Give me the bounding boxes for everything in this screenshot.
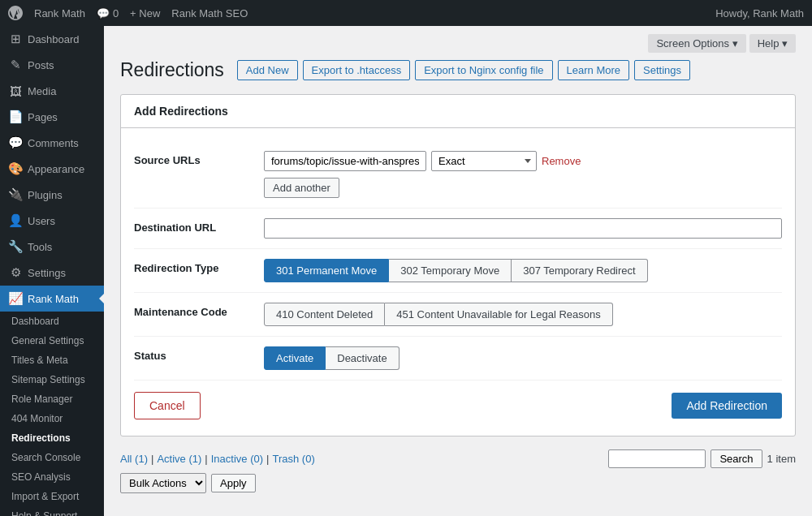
status-label: Status xyxy=(134,346,264,362)
sidebar-item-tools[interactable]: 🔧 Tools xyxy=(0,234,104,260)
submenu-item-sitemap-settings[interactable]: Sitemap Settings xyxy=(0,370,104,389)
sidebar-item-label: Dashboard xyxy=(28,33,80,45)
dashboard-icon: ⊞ xyxy=(8,32,23,46)
items-count: 1 item xyxy=(767,453,796,465)
screen-options-button[interactable]: Screen Options ▾ xyxy=(648,34,745,53)
tools-icon: 🔧 xyxy=(8,239,23,254)
submenu-item-general-settings[interactable]: General Settings xyxy=(0,331,104,350)
sidebar-item-rank-math[interactable]: 📈 Rank Math xyxy=(0,286,104,312)
sidebar-item-dashboard[interactable]: ⊞ Dashboard xyxy=(0,26,104,52)
submenu-item-search-console[interactable]: Search Console xyxy=(0,448,104,467)
comments-icon: 💬 xyxy=(8,135,23,150)
sidebar-item-media[interactable]: 🖼 Media xyxy=(0,78,104,104)
comments-link[interactable]: 💬 0 xyxy=(97,7,119,19)
redirection-type-302[interactable]: 302 Temporary Move xyxy=(389,259,512,282)
new-link[interactable]: + New xyxy=(130,7,160,19)
sidebar-item-posts[interactable]: ✎ Posts xyxy=(0,52,104,78)
howdy-text: Howdy, Rank Math xyxy=(715,7,804,19)
maintenance-code-410[interactable]: 410 Content Deleted xyxy=(264,303,385,326)
learn-more-button[interactable]: Learn More xyxy=(558,60,629,80)
source-urls-row: Source URLs Exact Contains Starts with E… xyxy=(134,141,782,209)
destination-url-label: Destination URL xyxy=(134,218,264,234)
trash-count: 0 xyxy=(305,453,311,465)
sidebar-item-label: Posts xyxy=(28,59,54,71)
help-button[interactable]: Help ▾ xyxy=(749,34,796,53)
settings-button[interactable]: Settings xyxy=(634,60,690,80)
active-label: Active xyxy=(157,453,185,465)
main-content: Screen Options ▾ Help ▾ Redirections Add… xyxy=(104,26,812,516)
search-input[interactable] xyxy=(608,449,706,468)
sidebar-item-label: Rank Math xyxy=(28,293,79,305)
bulk-actions-bar: Bulk Actions Apply xyxy=(120,473,796,493)
sidebar-item-users[interactable]: 👤 Users xyxy=(0,208,104,234)
sidebar-item-pages[interactable]: 📄 Pages xyxy=(0,104,104,130)
source-url-input[interactable] xyxy=(264,151,426,171)
filter-all[interactable]: All (1) xyxy=(120,453,148,465)
filter-active[interactable]: Active (1) xyxy=(157,453,201,465)
submenu-item-seo-analysis[interactable]: SEO Analysis xyxy=(0,467,104,487)
add-new-button[interactable]: Add New xyxy=(237,60,298,80)
site-name: Rank Math xyxy=(34,7,85,19)
sep2: | xyxy=(205,453,207,465)
status-content: Activate Deactivate xyxy=(264,346,782,370)
sidebar-item-label: Pages xyxy=(28,111,58,123)
bulk-actions-select[interactable]: Bulk Actions xyxy=(120,473,206,493)
postbox-header: Add Redirections xyxy=(121,95,795,128)
rank-math-icon: 📈 xyxy=(8,291,23,306)
match-type-select[interactable]: Exact Contains Starts with Ends with Reg… xyxy=(431,151,537,171)
site-name-link[interactable]: Rank Math xyxy=(34,7,85,19)
sidebar-item-appearance[interactable]: 🎨 Appearance xyxy=(0,156,104,182)
sidebar-item-label: Media xyxy=(28,85,56,97)
pages-icon: 📄 xyxy=(8,110,23,124)
active-count: 1 xyxy=(192,453,198,465)
rankmathsub: Dashboard General Settings Titles & Meta… xyxy=(0,312,104,516)
sidebar-item-label: Users xyxy=(28,215,55,227)
trash-label: Trash xyxy=(272,453,299,465)
filter-trash[interactable]: Trash (0) xyxy=(272,453,314,465)
destination-url-input[interactable] xyxy=(264,218,782,239)
menu-list: ⊞ Dashboard ✎ Posts 🖼 Media 📄 Pages 💬 Co… xyxy=(0,26,104,312)
subsubsub: All (1) | Active (1) | Inactive (0) | xyxy=(120,453,315,465)
submenu-item-404-monitor[interactable]: 404 Monitor xyxy=(0,409,104,428)
submenu-item-dashboard[interactable]: Dashboard xyxy=(0,312,104,331)
sidebar-item-label: Settings xyxy=(28,267,66,279)
remove-button[interactable]: Remove xyxy=(542,155,581,167)
maintenance-code-content: 410 Content Deleted 451 Content Unavaila… xyxy=(264,303,782,326)
cancel-button[interactable]: Cancel xyxy=(134,392,201,419)
export-htaccess-button[interactable]: Export to .htaccess xyxy=(303,60,411,80)
add-redirection-button[interactable]: Add Redirection xyxy=(672,393,782,419)
postbox-body: Source URLs Exact Contains Starts with E… xyxy=(121,128,795,436)
activate-button[interactable]: Activate xyxy=(264,346,326,370)
all-count: 1 xyxy=(138,453,144,465)
status-group: Activate Deactivate xyxy=(264,346,782,370)
submenu-item-import-export[interactable]: Import & Export xyxy=(0,487,104,506)
filter-inactive[interactable]: Inactive (0) xyxy=(211,453,263,465)
redirection-type-label: Redirection Type xyxy=(134,259,264,274)
tablenav: All (1) | Active (1) | Inactive (0) | xyxy=(120,449,796,468)
redirection-type-307[interactable]: 307 Temporary Redirect xyxy=(512,259,648,282)
submenu-item-role-manager[interactable]: Role Manager xyxy=(0,389,104,409)
deactivate-button[interactable]: Deactivate xyxy=(326,346,399,370)
redirection-type-301[interactable]: 301 Permanent Move xyxy=(264,259,389,282)
wp-logo[interactable] xyxy=(8,6,23,20)
submenu-item-titles-meta[interactable]: Titles & Meta xyxy=(0,350,104,370)
inactive-label: Inactive xyxy=(211,453,248,465)
search-button[interactable]: Search xyxy=(710,449,762,468)
destination-url-content xyxy=(264,218,782,239)
export-nginx-button[interactable]: Export to Nginx config file xyxy=(415,60,552,80)
posts-icon: ✎ xyxy=(8,58,23,72)
sidebar-item-plugins[interactable]: 🔌 Plugins xyxy=(0,182,104,208)
maintenance-code-451[interactable]: 451 Content Unavailable for Legal Reason… xyxy=(385,303,613,326)
sidebar-item-settings[interactable]: ⚙ Settings xyxy=(0,260,104,286)
sidebar-item-comments[interactable]: 💬 Comments xyxy=(0,130,104,156)
settings-icon: ⚙ xyxy=(8,265,23,280)
all-label: All xyxy=(120,453,132,465)
admin-bar: Rank Math 💬 0 + New Rank Math SEO Howdy,… xyxy=(0,0,812,26)
submenu-item-redirections[interactable]: Redirections xyxy=(0,428,104,448)
screen-meta-toggle: Screen Options ▾ Help ▾ xyxy=(120,34,796,53)
apply-button[interactable]: Apply xyxy=(211,474,256,492)
rank-math-seo-link[interactable]: Rank Math SEO xyxy=(171,7,248,19)
submenu-item-help-support[interactable]: Help & Support xyxy=(0,506,104,516)
maintenance-code-label: Maintenance Code xyxy=(134,303,264,318)
add-another-button[interactable]: Add another xyxy=(264,178,339,198)
